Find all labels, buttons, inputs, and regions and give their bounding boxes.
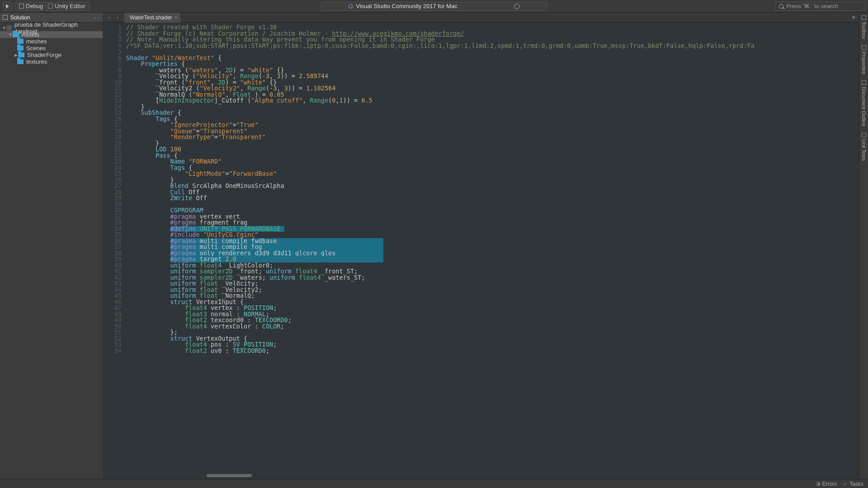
auto-hide-icon[interactable]: ▫ [98,14,100,21]
right-tool-rail: Toolbox Properties Document Outline Unit… [859,13,868,479]
solution-tree[interactable]: ▼ prueba de ShaderGraph 4android ▼ Asset… [0,23,103,67]
folder-shaderforge[interactable]: ▶ ShaderForge [0,52,103,58]
nav-back-button[interactable]: ‹ [106,14,113,21]
target-icon [48,4,53,9]
rail-label: Unit Tests [861,139,867,161]
rail-label: Toolbox [861,22,867,39]
rail-label: Properties [861,52,867,74]
horizontal-scrollbar[interactable] [207,474,252,477]
solution-icon [3,15,8,20]
tasks-label: Tasks [849,481,863,487]
configuration-label: Debug [26,3,43,9]
errors-button[interactable]: Errors [816,481,837,487]
toolbox-icon [862,15,866,20]
file-tab[interactable]: WaterTest.shader ✕ [124,13,180,23]
play-icon [6,4,9,9]
chevron-down-icon[interactable]: ▼ [8,33,13,37]
tasks-icon: ✓ [843,481,848,487]
code-content[interactable]: // Shader created with Shader Forge v1.3… [126,23,859,479]
folder-icon [17,59,24,64]
vs-logo-icon: ⌬ [348,3,353,9]
title-display: ⌬ Visual Studio Community 2017 for Mac [321,2,547,11]
tests-icon [862,133,866,137]
project-node[interactable]: ▼ prueba de ShaderGraph 4android [0,24,103,31]
run-button[interactable] [3,2,12,11]
configuration-selector[interactable]: Debug › Unity Editor [15,2,90,11]
rail-document-outline[interactable]: Document Outline [861,80,867,127]
rail-properties[interactable]: Properties [861,45,867,74]
solution-pane-title: Solution [10,14,30,21]
tab-options[interactable]: ▾ [849,14,859,21]
window-icon [19,4,24,9]
folder-icon [18,52,24,57]
folder-icon [17,39,24,44]
stop-icon[interactable] [514,4,520,9]
file-tab-label: WaterTest.shader [130,14,172,21]
outline-icon [862,80,866,85]
pane-controls[interactable]: ▫▫ [94,14,100,21]
rail-unit-tests[interactable]: Unit Tests [861,133,867,161]
errors-icon [816,482,821,486]
folder-label: textures [26,58,47,65]
rail-toolbox[interactable]: Toolbox [861,15,867,39]
folder-label: ShaderForge [27,52,61,58]
folder-scenes[interactable]: Scenes [0,45,103,52]
editor-tabbar: ‹ › WaterTest.shader ✕ ▾ [103,13,859,23]
status-bar: Errors ✓Tasks [0,479,868,488]
settings-icon[interactable]: ▫ [94,14,96,21]
folder-label: Assets [22,31,39,38]
search-placeholder: Press '⌘.' to search [786,3,839,9]
rail-label: Document Outline [861,87,867,127]
folder-label: Scenes [26,45,46,52]
nav-forward-button[interactable]: › [114,14,121,21]
tasks-button[interactable]: ✓Tasks [843,481,863,487]
global-search[interactable]: Press '⌘.' to search [775,2,865,11]
chevron-down-icon[interactable]: ▼ [2,26,6,30]
solution-pane: Solution ▫▫ ▼ prueba de ShaderGraph 4and… [0,13,103,479]
editor-column: ‹ › WaterTest.shader ✕ ▾ 123456789101112… [103,13,859,479]
properties-icon [862,45,866,50]
app-title: Visual Studio Community 2017 for Mac [356,3,457,9]
folder-label: meshes [26,38,47,45]
folder-icon [13,32,19,37]
close-icon[interactable]: ✕ [175,15,178,20]
errors-label: Errors [822,481,837,487]
main-toolbar: Debug › Unity Editor ⌬ Visual Studio Com… [0,0,868,13]
folder-icon [17,46,24,51]
chevron-right-icon[interactable]: ▶ [14,53,18,57]
folder-meshes[interactable]: meshes [0,38,103,45]
line-number-gutter: 1234567891011121314151617181920212223242… [103,23,126,479]
target-label: Unity Editor [55,3,85,9]
folder-textures[interactable]: textures [0,58,103,65]
code-editor[interactable]: 1234567891011121314151617181920212223242… [103,23,859,479]
unity-project-icon [6,25,12,31]
search-icon [779,4,783,9]
chevron-right-icon: › [45,4,46,9]
